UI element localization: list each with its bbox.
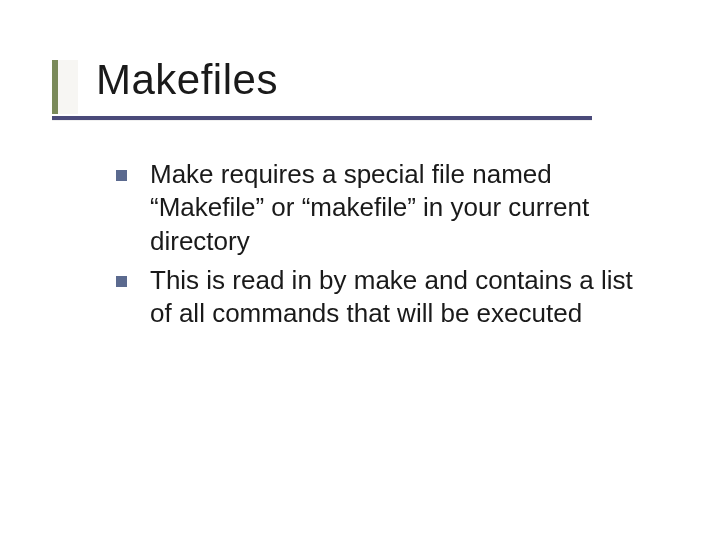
slide: Makefiles Make requires a special file n… <box>0 0 720 540</box>
title-underline <box>52 116 592 120</box>
bullet-text: Make requires a special file named “Make… <box>150 159 589 256</box>
slide-title: Makefiles <box>96 56 278 104</box>
title-accent-fill <box>58 60 78 114</box>
list-item: Make requires a special file named “Make… <box>116 158 646 258</box>
bullet-text: This is read in by make and contains a l… <box>150 265 633 328</box>
square-bullet-icon <box>116 170 127 181</box>
slide-body: Make requires a special file named “Make… <box>116 158 646 336</box>
list-item: This is read in by make and contains a l… <box>116 264 646 331</box>
square-bullet-icon <box>116 276 127 287</box>
